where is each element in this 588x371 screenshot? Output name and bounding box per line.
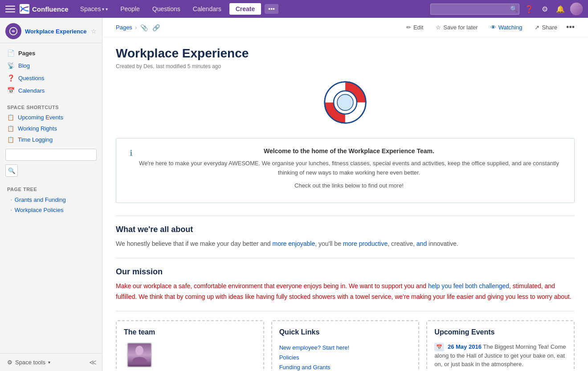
top-navigation: Confluence Spaces ▾ People Questions Cal… <box>0 0 588 18</box>
eye-icon: 👁 <box>490 24 496 31</box>
team-member: Des <box>124 342 155 371</box>
more-link[interactable]: more enjoyable <box>273 240 315 247</box>
edit-button[interactable]: ✏ Edit <box>403 22 427 33</box>
shortcuts-section-label: SPACE SHORTCUTS <box>0 100 102 112</box>
nav-questions[interactable]: Questions <box>148 5 185 12</box>
quick-link-policies[interactable]: Policies <box>279 354 299 361</box>
page-meta: Created by Des, last modified 5 minutes … <box>116 63 575 69</box>
page-tree: PAGE TREE Grants and Funding Workplace P… <box>0 180 102 219</box>
sidebar-item-pages[interactable]: 📄 Pages <box>0 47 102 59</box>
team-avatar <box>127 342 152 367</box>
spaces-chevron-icon: ▾ <box>102 7 108 12</box>
divider-3 <box>116 311 575 311</box>
nav-spaces[interactable]: Spaces ▾ <box>76 5 112 12</box>
nav-people[interactable]: People <box>116 5 144 12</box>
quick-link-funding[interactable]: Funding and Grants <box>279 364 331 371</box>
breadcrumb: Pages › 📎 🔗 <box>116 24 161 31</box>
star-action-icon: ☆ <box>436 24 441 31</box>
more-page-actions-button[interactable]: ••• <box>566 23 575 32</box>
sidebar-item-blog[interactable]: 📡 Blog <box>0 59 102 72</box>
svg-point-11 <box>135 346 143 355</box>
nav-right: 🔍 ❓ ⚙ 🔔 <box>430 3 583 15</box>
svg-rect-3 <box>20 4 29 14</box>
help-button[interactable]: ❓ <box>522 3 536 15</box>
what-heading: What we're all about <box>116 225 575 234</box>
star-icon[interactable]: ☆ <box>91 28 97 35</box>
space-tools-chevron-icon: ▾ <box>48 360 50 365</box>
share-button[interactable]: ↗ Share <box>531 22 561 33</box>
info-box-content: Welcome to the home of the Workplace Exp… <box>137 147 561 194</box>
breadcrumb-info-button[interactable]: 🔗 <box>151 24 161 31</box>
page-tree-label: PAGE TREE <box>0 184 102 195</box>
app-logo[interactable]: Confluence <box>5 4 69 14</box>
create-button[interactable]: Create <box>229 3 261 15</box>
search-input[interactable] <box>430 4 519 15</box>
hamburger-icon[interactable] <box>5 4 15 14</box>
info-box-text2: Check out the links below to find out mo… <box>137 181 561 191</box>
info-box-inner: ℹ Welcome to the home of the Workplace E… <box>130 147 561 194</box>
mission-text: Make our workplace a safe, comfortable e… <box>116 281 575 302</box>
more-options-button[interactable]: ••• <box>265 4 278 14</box>
shortcut-upcoming-events[interactable]: 📋 Upcoming Events <box>0 112 102 123</box>
team-avatar-image <box>128 343 151 367</box>
sidebar-navigation: 📄 Pages 📡 Blog ❓ Questions 📅 Calendars <box>0 43 102 100</box>
what-text: We honestly believe that if we make your… <box>116 239 575 249</box>
sidebar-search-input[interactable] <box>5 149 97 161</box>
team-card-title: The team <box>124 328 256 336</box>
quick-link-item: New employee? Start here! <box>279 342 412 352</box>
space-logo-icon <box>9 27 18 36</box>
svg-rect-0 <box>5 6 15 7</box>
edit-icon: ✏ <box>406 24 411 31</box>
breadcrumb-pages[interactable]: Pages <box>116 24 132 31</box>
info-box-icon: ℹ <box>130 148 133 158</box>
and-link[interactable]: and <box>416 240 427 247</box>
space-tools-button[interactable]: ⚙ Space tools ▾ <box>5 357 52 367</box>
divider-2 <box>116 258 575 258</box>
help-link[interactable]: help you feel both challenged <box>428 282 509 289</box>
quick-links-card: Quick Links New employee? Start here! Po… <box>271 320 420 371</box>
sidebar-item-calendars[interactable]: 📅 Calendars <box>0 84 102 97</box>
settings-button[interactable]: ⚙ <box>539 3 551 15</box>
user-avatar[interactable] <box>570 3 583 15</box>
notifications-button[interactable]: 🔔 <box>553 3 568 15</box>
search-container: 🔍 <box>430 4 519 15</box>
space-icon[interactable] <box>5 23 21 39</box>
confluence-logo-icon <box>20 4 29 14</box>
hero-image <box>116 80 575 125</box>
quick-link-item: Funding and Grants <box>279 362 412 371</box>
mission-heading: Our mission <box>116 267 575 277</box>
event-item-1: 📅 26 May 2016 The Biggest Morning Tea! C… <box>434 342 567 369</box>
pages-icon: 📄 <box>7 49 15 57</box>
page-content: Workplace Experience Created by Des, las… <box>102 37 588 371</box>
time-logging-icon: 📋 <box>7 136 14 143</box>
page-header-bar: Pages › 📎 🔗 ✏ Edit ☆ Save for later 👁 Wa… <box>102 18 588 37</box>
save-for-later-button[interactable]: ☆ Save for later <box>432 22 481 33</box>
page-tree-item-policies[interactable]: Workplace Policies <box>0 205 102 215</box>
quick-links-list: New employee? Start here! Policies Fundi… <box>279 342 412 371</box>
event-date-1: 26 May 2016 <box>448 343 482 350</box>
calendars-nav-icon: 📅 <box>7 87 15 94</box>
team-card: The team Des <box>116 320 264 371</box>
watching-button[interactable]: 👁 Watching <box>487 22 526 33</box>
nav-calendars[interactable]: Calendars <box>188 5 226 12</box>
space-title[interactable]: Workplace Experience <box>25 28 87 35</box>
shortcut-time-logging[interactable]: 📋 Time Logging <box>0 134 102 145</box>
breadcrumb-attach-button[interactable]: 📎 <box>139 24 149 31</box>
sidebar-item-questions[interactable]: ❓ Questions <box>0 72 102 84</box>
more-productive-link[interactable]: more productive <box>343 240 388 247</box>
quick-link-new-employee[interactable]: New employee? Start here! <box>279 344 350 351</box>
page-tree-item-grants[interactable]: Grants and Funding <box>0 195 102 205</box>
collapse-sidebar-button[interactable]: ≪ <box>89 358 97 367</box>
shortcut-working-rights[interactable]: 📋 Working Rights <box>0 123 102 134</box>
search-button[interactable]: 🔍 <box>510 5 518 12</box>
info-box-text1: We're here to make your everyday AWESOME… <box>137 159 561 178</box>
sidebar-search-button[interactable]: 🔍 <box>5 164 18 177</box>
content-area: Pages › 📎 🔗 ✏ Edit ☆ Save for later 👁 Wa… <box>102 18 588 371</box>
lifebuoy-icon <box>323 80 368 125</box>
main-layout: Workplace Experience ☆ 📄 Pages 📡 Blog ❓ … <box>0 18 588 371</box>
quick-link-item: Policies <box>279 352 412 362</box>
questions-nav-icon: ❓ <box>7 74 15 82</box>
sidebar-bottom: ⚙ Space tools ▾ ≪ <box>0 353 102 371</box>
page-actions: ✏ Edit ☆ Save for later 👁 Watching ↗ Sha… <box>403 22 575 33</box>
sidebar-search-area: 🔍 <box>0 145 102 180</box>
